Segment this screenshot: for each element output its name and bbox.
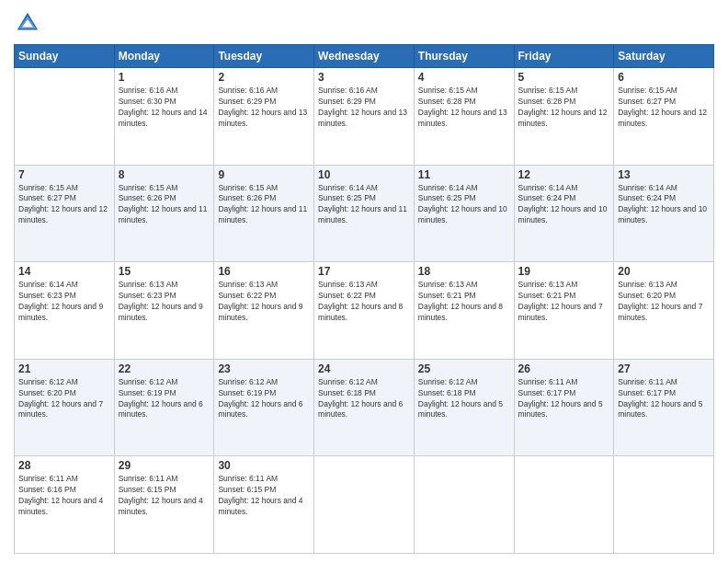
day-number: 14 xyxy=(18,265,110,278)
day-number: 20 xyxy=(618,265,710,278)
calendar-cell: 23Sunrise: 6:12 AMSunset: 6:19 PMDayligh… xyxy=(214,359,314,456)
day-info: Sunrise: 6:11 AMSunset: 6:17 PMDaylight:… xyxy=(618,377,702,419)
calendar-cell: 2Sunrise: 6:16 AMSunset: 6:29 PMDaylight… xyxy=(214,68,314,166)
calendar-cell xyxy=(614,456,714,554)
day-info: Sunrise: 6:15 AMSunset: 6:27 PMDaylight:… xyxy=(18,183,108,225)
calendar-cell: 14Sunrise: 6:14 AMSunset: 6:23 PMDayligh… xyxy=(15,262,115,360)
day-info: Sunrise: 6:16 AMSunset: 6:29 PMDaylight:… xyxy=(218,86,307,128)
calendar-header-thursday: Thursday xyxy=(414,45,514,68)
calendar-week-row: 28Sunrise: 6:11 AMSunset: 6:16 PMDayligh… xyxy=(15,456,714,554)
day-info: Sunrise: 6:12 AMSunset: 6:20 PMDaylight:… xyxy=(18,377,103,419)
calendar-cell: 15Sunrise: 6:13 AMSunset: 6:23 PMDayligh… xyxy=(114,262,214,360)
day-number: 6 xyxy=(618,71,710,84)
calendar-header-monday: Monday xyxy=(114,45,214,68)
day-number: 18 xyxy=(418,265,510,278)
day-info: Sunrise: 6:14 AMSunset: 6:25 PMDaylight:… xyxy=(418,183,507,225)
day-number: 30 xyxy=(218,459,310,472)
calendar-cell xyxy=(314,456,415,554)
calendar-cell: 30Sunrise: 6:11 AMSunset: 6:15 PMDayligh… xyxy=(214,456,314,554)
day-info: Sunrise: 6:12 AMSunset: 6:18 PMDaylight:… xyxy=(318,377,403,419)
day-info: Sunrise: 6:12 AMSunset: 6:19 PMDaylight:… xyxy=(119,377,203,419)
calendar-header-tuesday: Tuesday xyxy=(214,45,314,68)
calendar-cell: 27Sunrise: 6:11 AMSunset: 6:17 PMDayligh… xyxy=(614,359,714,456)
page: SundayMondayTuesdayWednesdayThursdayFrid… xyxy=(0,0,728,563)
day-info: Sunrise: 6:11 AMSunset: 6:16 PMDaylight:… xyxy=(18,474,103,516)
day-number: 15 xyxy=(119,265,210,278)
calendar-cell: 29Sunrise: 6:11 AMSunset: 6:15 PMDayligh… xyxy=(114,456,214,554)
day-number: 10 xyxy=(318,168,410,181)
calendar-cell: 20Sunrise: 6:13 AMSunset: 6:20 PMDayligh… xyxy=(614,262,714,360)
calendar-cell: 3Sunrise: 6:16 AMSunset: 6:29 PMDaylight… xyxy=(314,68,415,166)
calendar-cell xyxy=(514,456,614,554)
day-info: Sunrise: 6:13 AMSunset: 6:21 PMDaylight:… xyxy=(418,280,503,322)
day-info: Sunrise: 6:12 AMSunset: 6:18 PMDaylight:… xyxy=(418,377,503,419)
calendar-cell: 11Sunrise: 6:14 AMSunset: 6:25 PMDayligh… xyxy=(414,165,514,262)
calendar-header-friday: Friday xyxy=(514,45,614,68)
calendar-week-row: 1Sunrise: 6:16 AMSunset: 6:30 PMDaylight… xyxy=(15,68,714,166)
header xyxy=(14,9,714,37)
day-number: 23 xyxy=(218,362,310,375)
day-info: Sunrise: 6:15 AMSunset: 6:26 PMDaylight:… xyxy=(218,183,307,225)
day-info: Sunrise: 6:11 AMSunset: 6:15 PMDaylight:… xyxy=(119,474,203,516)
day-info: Sunrise: 6:15 AMSunset: 6:27 PMDaylight:… xyxy=(618,86,707,128)
calendar-cell xyxy=(15,68,115,166)
calendar-table: SundayMondayTuesdayWednesdayThursdayFrid… xyxy=(14,44,714,554)
calendar-cell: 28Sunrise: 6:11 AMSunset: 6:16 PMDayligh… xyxy=(15,456,115,554)
day-number: 4 xyxy=(418,71,510,84)
calendar-cell: 4Sunrise: 6:15 AMSunset: 6:28 PMDaylight… xyxy=(414,68,514,166)
calendar-week-row: 7Sunrise: 6:15 AMSunset: 6:27 PMDaylight… xyxy=(15,165,714,262)
calendar-header-row: SundayMondayTuesdayWednesdayThursdayFrid… xyxy=(15,45,714,68)
day-number: 7 xyxy=(18,168,110,181)
calendar-cell: 26Sunrise: 6:11 AMSunset: 6:17 PMDayligh… xyxy=(514,359,614,456)
day-info: Sunrise: 6:13 AMSunset: 6:20 PMDaylight:… xyxy=(618,280,702,322)
day-number: 9 xyxy=(218,168,310,181)
day-info: Sunrise: 6:15 AMSunset: 6:26 PMDaylight:… xyxy=(119,183,208,225)
day-info: Sunrise: 6:14 AMSunset: 6:23 PMDaylight:… xyxy=(18,280,103,322)
day-info: Sunrise: 6:14 AMSunset: 6:24 PMDaylight:… xyxy=(518,183,608,225)
day-info: Sunrise: 6:13 AMSunset: 6:22 PMDaylight:… xyxy=(318,280,403,322)
calendar-cell: 10Sunrise: 6:14 AMSunset: 6:25 PMDayligh… xyxy=(314,165,415,262)
day-number: 19 xyxy=(518,265,610,278)
day-info: Sunrise: 6:11 AMSunset: 6:17 PMDaylight:… xyxy=(518,377,603,419)
day-info: Sunrise: 6:16 AMSunset: 6:29 PMDaylight:… xyxy=(318,86,407,128)
day-number: 21 xyxy=(18,362,110,375)
calendar-cell: 1Sunrise: 6:16 AMSunset: 6:30 PMDaylight… xyxy=(114,68,214,166)
calendar-cell xyxy=(414,456,514,554)
calendar-cell: 18Sunrise: 6:13 AMSunset: 6:21 PMDayligh… xyxy=(414,262,514,360)
day-info: Sunrise: 6:16 AMSunset: 6:30 PMDaylight:… xyxy=(119,86,208,128)
calendar-week-row: 14Sunrise: 6:14 AMSunset: 6:23 PMDayligh… xyxy=(15,262,714,360)
day-number: 5 xyxy=(518,71,610,84)
day-number: 25 xyxy=(418,362,510,375)
calendar-cell: 21Sunrise: 6:12 AMSunset: 6:20 PMDayligh… xyxy=(15,359,115,456)
day-info: Sunrise: 6:11 AMSunset: 6:15 PMDaylight:… xyxy=(218,474,302,516)
day-info: Sunrise: 6:14 AMSunset: 6:24 PMDaylight:… xyxy=(618,183,707,225)
day-info: Sunrise: 6:15 AMSunset: 6:28 PMDaylight:… xyxy=(418,86,507,128)
calendar-cell: 24Sunrise: 6:12 AMSunset: 6:18 PMDayligh… xyxy=(314,359,415,456)
day-info: Sunrise: 6:15 AMSunset: 6:28 PMDaylight:… xyxy=(518,86,608,128)
day-number: 13 xyxy=(618,168,710,181)
logo-icon xyxy=(14,9,41,37)
calendar-cell: 22Sunrise: 6:12 AMSunset: 6:19 PMDayligh… xyxy=(114,359,214,456)
calendar-cell: 12Sunrise: 6:14 AMSunset: 6:24 PMDayligh… xyxy=(514,165,614,262)
calendar-cell: 6Sunrise: 6:15 AMSunset: 6:27 PMDaylight… xyxy=(614,68,714,166)
day-info: Sunrise: 6:12 AMSunset: 6:19 PMDaylight:… xyxy=(218,377,302,419)
logo xyxy=(14,9,45,37)
day-number: 11 xyxy=(418,168,510,181)
day-info: Sunrise: 6:13 AMSunset: 6:23 PMDaylight:… xyxy=(119,280,203,322)
calendar-header-sunday: Sunday xyxy=(15,45,115,68)
calendar-cell: 25Sunrise: 6:12 AMSunset: 6:18 PMDayligh… xyxy=(414,359,514,456)
day-info: Sunrise: 6:13 AMSunset: 6:21 PMDaylight:… xyxy=(518,280,603,322)
calendar-cell: 7Sunrise: 6:15 AMSunset: 6:27 PMDaylight… xyxy=(15,165,115,262)
calendar-cell: 5Sunrise: 6:15 AMSunset: 6:28 PMDaylight… xyxy=(514,68,614,166)
day-info: Sunrise: 6:14 AMSunset: 6:25 PMDaylight:… xyxy=(318,183,407,225)
calendar-cell: 16Sunrise: 6:13 AMSunset: 6:22 PMDayligh… xyxy=(214,262,314,360)
day-number: 17 xyxy=(318,265,410,278)
calendar-header-saturday: Saturday xyxy=(614,45,714,68)
calendar-header-wednesday: Wednesday xyxy=(314,45,415,68)
day-number: 29 xyxy=(119,459,210,472)
day-number: 26 xyxy=(518,362,610,375)
day-number: 16 xyxy=(218,265,310,278)
calendar-cell: 8Sunrise: 6:15 AMSunset: 6:26 PMDaylight… xyxy=(114,165,214,262)
day-number: 3 xyxy=(318,71,410,84)
day-number: 1 xyxy=(119,71,210,84)
